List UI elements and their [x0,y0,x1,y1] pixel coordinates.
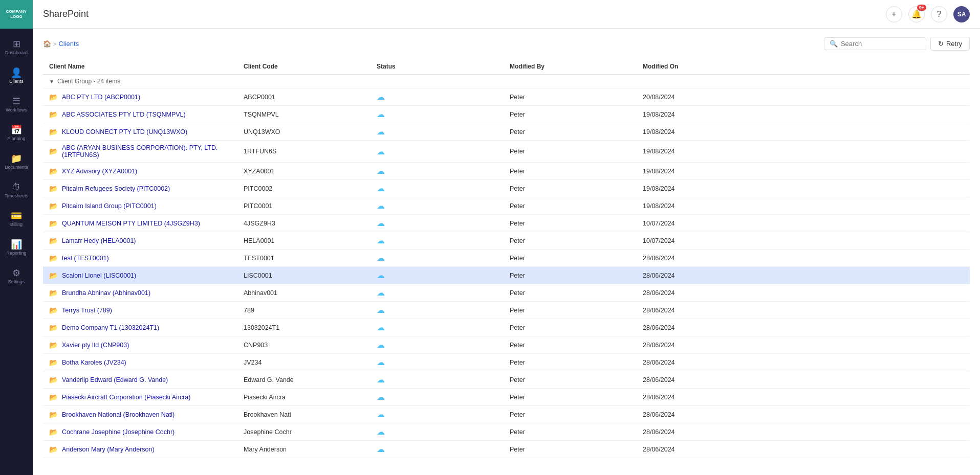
group-label: Client Group - 24 items [57,78,120,85]
add-button[interactable]: + [886,6,902,22]
modified-by: Peter [510,185,643,192]
folder-icon: 📂 [49,272,58,280]
client-name[interactable]: KLOUD CONNECT PTY LTD (UNQ13WXO) [62,128,187,135]
client-name[interactable]: Brookhaven National (Brookhaven Nati) [62,411,175,418]
client-name[interactable]: Cochrane Josephine (Josephine Cochr) [62,428,175,436]
table-row[interactable]: 📂 XYZ Advisory (XYZA0001) XYZA0001 ☁ Pet… [43,163,970,180]
client-code: Piasecki Aircra [244,394,377,401]
app-title: SharePoint [43,9,886,19]
status-cell: ☁ [377,109,510,119]
modified-on: 28/06/2024 [643,428,964,436]
client-name-cell: 📂 Brookhaven National (Brookhaven Nati) [49,411,244,419]
sidebar-item-dashboard[interactable]: ⊞ Dashboard [0,33,33,61]
user-avatar[interactable]: SA [953,6,970,22]
folder-icon: 📂 [49,167,58,175]
help-button[interactable]: ? [931,6,947,22]
folder-icon: 📂 [49,324,58,332]
modified-on: 19/08/2024 [643,111,964,118]
client-name[interactable]: Terrys Trust (789) [62,307,112,314]
company-logo[interactable]: COMPANY LOGO [0,0,33,29]
modified-on: 19/08/2024 [643,168,964,175]
sidebar-item-settings[interactable]: ⚙ Settings [0,262,33,290]
sidebar-label-workflows: Workflows [6,107,27,112]
status-cell: ☁ [377,236,510,245]
search-box: 🔍 [824,37,926,50]
table-row[interactable]: 📂 test (TEST0001) TEST0001 ☁ Peter 28/06… [43,250,970,267]
client-name[interactable]: Vanderlip Edward (Edward G. Vande) [62,376,168,383]
client-name[interactable]: test (TEST0001) [62,255,109,262]
client-name[interactable]: Pitcairn Refugees Society (PITC0002) [62,185,170,192]
client-code: XYZA0001 [244,168,377,175]
client-name[interactable]: Brundha Abhinav (Abhinav001) [62,289,150,297]
sidebar-item-timesheets[interactable]: ⏱ Timesheets [0,176,33,205]
table-row[interactable]: 📂 Vanderlip Edward (Edward G. Vande) Edw… [43,371,970,389]
sidebar-item-clients[interactable]: 👤 Clients [0,61,33,90]
dashboard-icon: ⊞ [13,39,20,49]
folder-icon: 📂 [49,428,58,436]
table-row[interactable]: 📂 Demo Company T1 (13032024T1) 13032024T… [43,319,970,336]
table-row[interactable]: 📂 Brundha Abhinav (Abhinav001) Abhinav00… [43,284,970,302]
status-cell: ☁ [377,147,510,156]
modified-on: 28/06/2024 [643,376,964,383]
table-row[interactable]: 📂 Botha Karoles (JV234) JV234 ☁ Peter 28… [43,354,970,371]
client-name[interactable]: ABC ASSOCIATES PTY LTD (TSQNMPVL) [62,111,186,118]
client-name[interactable]: Piasecki Aircraft Corporation (Piasecki … [62,394,190,401]
breadcrumb-row: 🏠 > Clients 🔍 ↻ Retry [43,37,970,51]
client-name[interactable]: Xavier pty ltd (CNP903) [62,342,129,349]
modified-by: Peter [510,202,643,210]
table-row[interactable]: 📂 ABC PTY LTD (ABCP0001) ABCP0001 ☁ Pete… [43,88,970,106]
table-row[interactable]: 📂 Terrys Trust (789) 789 ☁ Peter 28/06/2… [43,302,970,319]
table-row[interactable]: 📂 ABC ASSOCIATES PTY LTD (TSQNMPVL) TSQN… [43,106,970,123]
sidebar-item-planning[interactable]: 📅 Planning [0,119,33,147]
cloud-status-icon: ☁ [377,393,385,401]
sidebar-label-timesheets: Timesheets [5,193,28,198]
client-name[interactable]: Scaloni Lionel (LISC0001) [62,272,136,279]
sidebar-item-billing[interactable]: 💳 Billing [0,205,33,233]
table-row[interactable]: 📂 Lamarr Hedy (HELA0001) HELA0001 ☁ Pete… [43,232,970,250]
modified-by: Peter [510,359,643,366]
status-cell: ☁ [377,201,510,211]
table-row[interactable]: 📂 Brookhaven National (Brookhaven Nati) … [43,406,970,423]
client-name[interactable]: Lamarr Hedy (HELA0001) [62,237,136,244]
cloud-status-icon: ☁ [377,110,385,119]
client-name[interactable]: Botha Karoles (JV234) [62,359,126,366]
client-name[interactable]: QUANTUM MEISON PTY LIMITED (4JSGZ9H3) [62,220,200,227]
client-name[interactable]: ABC (ARYAN BUSINESS CORPORATION). PTY, L… [62,144,244,159]
notifications-button[interactable]: 🔔 9+ [908,6,925,22]
client-name[interactable]: Pitcairn Island Group (PITC0001) [62,202,157,210]
retry-button[interactable]: ↻ Retry [930,37,970,51]
table-rows: 📂 ABC PTY LTD (ABCP0001) ABCP0001 ☁ Pete… [43,88,970,458]
group-expand-icon[interactable]: ▼ [49,79,54,84]
client-name[interactable]: Demo Company T1 (13032024T1) [62,324,159,331]
table-row[interactable]: 📂 Piasecki Aircraft Corporation (Piaseck… [43,389,970,406]
modified-on: 28/06/2024 [643,342,964,349]
table-row[interactable]: 📂 Xavier pty ltd (CNP903) CNP903 ☁ Peter… [43,336,970,354]
table-row[interactable]: 📂 Pitcairn Refugees Society (PITC0002) P… [43,180,970,197]
modified-by: Peter [510,307,643,314]
client-name[interactable]: Anderson Mary (Mary Anderson) [62,446,155,453]
client-name-cell: 📂 ABC ASSOCIATES PTY LTD (TSQNMPVL) [49,110,244,119]
cloud-status-icon: ☁ [377,167,385,175]
home-breadcrumb[interactable]: 🏠 [43,40,51,48]
table-row[interactable]: 📂 ABC (ARYAN BUSINESS CORPORATION). PTY,… [43,141,970,163]
client-name[interactable]: XYZ Advisory (XYZA0001) [62,168,137,175]
modified-by: Peter [510,376,643,383]
col-client-code: Client Code [244,63,377,70]
table-row[interactable]: 📂 Cochrane Josephine (Josephine Cochr) J… [43,423,970,441]
col-status: Status [377,63,510,70]
table-row[interactable]: 📂 KLOUD CONNECT PTY LTD (UNQ13WXO) UNQ13… [43,123,970,141]
table-header: Client Name Client Code Status Modified … [43,59,970,75]
folder-icon: 📂 [49,237,58,245]
table-row[interactable]: 📂 Anderson Mary (Mary Anderson) Mary And… [43,441,970,458]
sidebar-item-workflows[interactable]: ☰ Workflows [0,90,33,119]
modified-by: Peter [510,428,643,436]
current-breadcrumb[interactable]: Clients [58,40,79,48]
table-row[interactable]: 📂 Pitcairn Island Group (PITC0001) PITC0… [43,197,970,215]
table-row[interactable]: 📂 Scaloni Lionel (LISC0001) LISC0001 ☁ P… [43,267,970,284]
search-input[interactable] [841,40,921,48]
sidebar-item-documents[interactable]: 📁 Documents [0,147,33,176]
workflows-icon: ☰ [12,97,20,106]
client-name[interactable]: ABC PTY LTD (ABCP0001) [62,94,140,101]
sidebar-item-reporting[interactable]: 📊 Reporting [0,233,33,262]
table-row[interactable]: 📂 QUANTUM MEISON PTY LIMITED (4JSGZ9H3) … [43,215,970,232]
